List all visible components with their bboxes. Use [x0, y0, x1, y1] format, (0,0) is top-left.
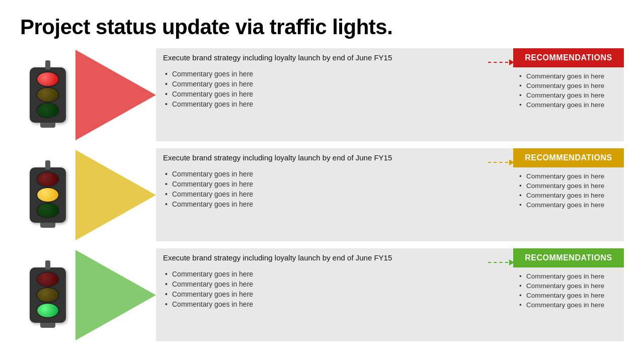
content-box-yellow: Execute brand strategy including loyalty… [156, 148, 513, 241]
rec-bullet-green-0: Commentary goes in here [517, 272, 620, 281]
dashed-arrow-red [488, 59, 514, 65]
beam-green [75, 250, 156, 340]
dashed-line-green [488, 262, 508, 263]
bulb-red-red [36, 71, 59, 87]
bulb-yellow-yellow [36, 187, 59, 203]
rec-content-red: Commentary goes in hereCommentary goes i… [513, 67, 624, 141]
bullet-yellow-2: Commentary goes in here [163, 189, 506, 199]
bullet-red-1: Commentary goes in here [163, 79, 506, 89]
bulb-yellow-green [36, 287, 59, 303]
rows-container: Execute brand strategy including loyalty… [20, 48, 624, 352]
rec-bullet-green-3: Commentary goes in here [517, 300, 620, 310]
dashed-arrow-yellow [488, 159, 514, 165]
beam-wrap-green [75, 248, 156, 341]
rec-box-green: RECOMMENDATIONS Commentary goes in hereC… [513, 248, 624, 341]
rec-bullet-green-2: Commentary goes in here [517, 291, 620, 300]
traffic-light-yellow [30, 167, 66, 223]
rec-box-yellow: RECOMMENDATIONS Commentary goes in hereC… [513, 148, 624, 241]
rec-bullet-red-3: Commentary goes in here [517, 100, 620, 110]
bullet-green-0: Commentary goes in here [163, 269, 506, 279]
beam-wrap-red [75, 48, 156, 141]
content-title-yellow: Execute brand strategy including loyalty… [163, 153, 506, 165]
rec-bullet-red-2: Commentary goes in here [517, 90, 620, 100]
traffic-row-yellow: Execute brand strategy including loyalty… [20, 148, 624, 241]
rec-content-green: Commentary goes in hereCommentary goes i… [513, 267, 624, 341]
beam-yellow [75, 150, 156, 240]
arrow-head-yellow [509, 159, 514, 165]
bullet-list-red: Commentary goes in hereCommentary goes i… [163, 69, 506, 109]
bullet-green-2: Commentary goes in here [163, 289, 506, 299]
rec-header-green: RECOMMENDATIONS [513, 248, 624, 267]
bullet-list-green: Commentary goes in hereCommentary goes i… [163, 269, 506, 309]
traffic-light-wrap-yellow [20, 148, 75, 241]
traffic-light-wrap-green [20, 248, 75, 341]
bulb-green-yellow [36, 203, 59, 218]
bulb-red-green [36, 272, 59, 287]
bulb-yellow-red [36, 87, 59, 103]
content-box-red: Execute brand strategy including loyalty… [156, 48, 513, 141]
bulb-green-green [36, 303, 59, 318]
rec-bullet-yellow-1: Commentary goes in here [517, 181, 620, 191]
traffic-light-red [30, 67, 66, 123]
bulb-green-red [36, 103, 59, 118]
rec-header-red: RECOMMENDATIONS [513, 48, 624, 67]
dashed-line-yellow [488, 162, 508, 163]
rec-box-red: RECOMMENDATIONS Commentary goes in hereC… [513, 48, 624, 141]
rec-bullet-red-0: Commentary goes in here [517, 71, 620, 81]
bullet-yellow-1: Commentary goes in here [163, 179, 506, 189]
page: Project status update via traffic lights… [0, 0, 644, 362]
bullet-red-3: Commentary goes in here [163, 99, 506, 109]
traffic-row-red: Execute brand strategy including loyalty… [20, 48, 624, 141]
dashed-line-red [488, 62, 508, 63]
bullet-red-0: Commentary goes in here [163, 69, 506, 79]
page-title: Project status update via traffic lights… [20, 15, 624, 39]
beam-red [75, 50, 156, 140]
content-title-red: Execute brand strategy including loyalty… [163, 53, 506, 65]
traffic-light-wrap-red [20, 48, 75, 141]
bulb-red-yellow [36, 171, 59, 187]
traffic-row-green: Execute brand strategy including loyalty… [20, 248, 624, 341]
rec-bullet-list-yellow: Commentary goes in hereCommentary goes i… [517, 171, 620, 210]
bullet-list-yellow: Commentary goes in hereCommentary goes i… [163, 169, 506, 209]
rec-bullet-yellow-2: Commentary goes in here [517, 191, 620, 200]
arrow-head-red [509, 59, 514, 65]
rec-bullet-yellow-0: Commentary goes in here [517, 171, 620, 181]
bullet-yellow-0: Commentary goes in here [163, 169, 506, 179]
rec-bullet-yellow-3: Commentary goes in here [517, 200, 620, 210]
bullet-green-3: Commentary goes in here [163, 299, 506, 309]
bullet-yellow-3: Commentary goes in here [163, 199, 506, 209]
content-title-green: Execute brand strategy including loyalty… [163, 253, 506, 265]
rec-bullet-list-green: Commentary goes in hereCommentary goes i… [517, 272, 620, 310]
rec-bullet-list-red: Commentary goes in hereCommentary goes i… [517, 71, 620, 110]
rec-bullet-red-1: Commentary goes in here [517, 81, 620, 90]
dashed-arrow-green [488, 259, 514, 265]
bullet-green-1: Commentary goes in here [163, 279, 506, 289]
rec-bullet-green-1: Commentary goes in here [517, 281, 620, 291]
bullet-red-2: Commentary goes in here [163, 89, 506, 99]
arrow-head-green [509, 259, 514, 265]
beam-wrap-yellow [75, 148, 156, 241]
content-box-green: Execute brand strategy including loyalty… [156, 248, 513, 341]
traffic-light-green [30, 267, 66, 323]
rec-content-yellow: Commentary goes in hereCommentary goes i… [513, 167, 624, 241]
rec-header-yellow: RECOMMENDATIONS [513, 148, 624, 167]
